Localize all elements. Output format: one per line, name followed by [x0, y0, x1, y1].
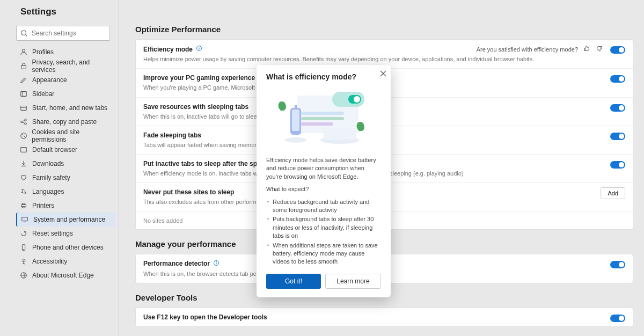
info-icon[interactable]	[196, 45, 202, 53]
nav-list: ProfilesPrivacy, search, and servicesApp…	[16, 45, 115, 282]
search-icon	[20, 30, 28, 37]
svg-rect-6	[21, 106, 27, 111]
modal-title: What is efficiency mode?	[266, 72, 381, 81]
svg-rect-4	[21, 92, 27, 97]
sidebar-item-label: Profiles	[32, 48, 54, 56]
svg-rect-39	[301, 117, 344, 120]
toggle-switch[interactable]	[610, 161, 625, 169]
sidebar-item-label: Cookies and site permissions	[32, 128, 112, 143]
svg-line-11	[23, 120, 25, 121]
svg-point-24	[23, 259, 25, 260]
lang-icon	[19, 187, 28, 196]
svg-rect-16	[21, 148, 27, 152]
svg-rect-43	[292, 109, 299, 131]
sidebar-item-lang[interactable]: Languages	[16, 185, 115, 199]
sidebar-item-reset[interactable]: Reset settings	[16, 227, 115, 240]
svg-point-41	[285, 137, 306, 143]
sidebar-item-browser[interactable]: Default browser	[16, 143, 115, 157]
row-title: Use F12 key to open the Developer tools	[143, 313, 625, 321]
sidebar-item-label: Languages	[32, 188, 64, 195]
sidebar-item-label: Start, home, and new tabs	[32, 104, 107, 112]
sidebar-item-label: System and performance	[33, 216, 105, 223]
close-icon[interactable]	[380, 69, 386, 79]
sidebar-item-profile[interactable]: Profiles	[16, 45, 115, 59]
modal-bullet: Reduces background tab activity and some…	[266, 198, 381, 215]
sidebar-item-about[interactable]: About Microsoft Edge	[16, 268, 115, 282]
divider	[118, 0, 119, 336]
svg-point-31	[216, 261, 217, 262]
sidebar-item-family[interactable]: Family safety	[16, 171, 115, 185]
svg-rect-46	[324, 128, 356, 140]
paint-icon	[19, 76, 28, 84]
svg-point-9	[25, 119, 27, 121]
sidebar: Settings ProfilesPrivacy, search, and se…	[16, 0, 115, 336]
add-button[interactable]: Add	[601, 187, 625, 199]
svg-point-0	[21, 31, 26, 35]
sidebar-item-sidebar[interactable]: Sidebar	[16, 87, 115, 101]
reset-icon	[19, 229, 28, 238]
svg-line-12	[23, 122, 25, 123]
sidebar-item-phone[interactable]: Phone and other devices	[16, 240, 115, 254]
info-icon[interactable]	[213, 260, 219, 268]
toggle-switch[interactable]	[610, 315, 625, 322]
toggle-switch[interactable]	[610, 46, 625, 54]
svg-point-37	[354, 96, 360, 103]
svg-point-15	[24, 136, 25, 136]
sidebar-item-system[interactable]: System and performance	[16, 213, 115, 227]
sidebar-item-label: Downloads	[32, 160, 64, 167]
access-icon	[19, 257, 28, 266]
thumbs-up-icon[interactable]	[583, 45, 590, 53]
cookie-icon	[19, 132, 27, 140]
sidebar-item-label: Family safety	[32, 174, 70, 181]
sidebar-item-access[interactable]: Accessibility	[16, 254, 115, 268]
modal-buttons: Got it! Learn more	[266, 274, 381, 289]
sidebar-item-tabs[interactable]: Start, home, and new tabs	[16, 101, 115, 115]
share-icon	[19, 118, 28, 126]
toggle-switch[interactable]	[610, 75, 625, 83]
dev-card: Use F12 key to open the Developer tools	[135, 308, 633, 327]
family-icon	[19, 173, 28, 182]
learn-more-button[interactable]: Learn more	[325, 274, 381, 289]
tabs-icon	[19, 104, 28, 112]
sidebar-item-paint[interactable]: Appearance	[16, 73, 115, 87]
sidebar-item-cookie[interactable]: Cookies and site permissions	[16, 129, 115, 143]
search-input[interactable]	[16, 26, 110, 41]
svg-line-1	[26, 35, 27, 36]
sidebar-item-label: Printers	[32, 202, 54, 209]
got-it-button[interactable]: Got it!	[266, 274, 321, 289]
sidebar-item-label: Share, copy and paste	[32, 118, 97, 126]
modal-bullet: When additional steps are taken to save …	[266, 242, 381, 266]
svg-point-28	[199, 47, 200, 47]
toggle-switch[interactable]	[610, 133, 625, 140]
browser-icon	[19, 145, 28, 154]
modal-paragraph: Efficiency mode helps save device batter…	[266, 156, 381, 181]
phone-icon	[19, 243, 28, 252]
row-desc: Helps minimize power usage by saving com…	[143, 55, 625, 63]
sidebar-item-label: Reset settings	[32, 230, 73, 237]
feedback-prompt: Are you satisfied with efficiency mode?	[477, 45, 603, 53]
svg-point-10	[25, 123, 27, 125]
thumbs-down-icon[interactable]	[596, 45, 603, 53]
sidebar-item-printer[interactable]: Printers	[16, 199, 115, 213]
svg-rect-38	[301, 112, 344, 115]
sidebar-item-share[interactable]: Share, copy and paste	[16, 115, 115, 129]
toggle-switch[interactable]	[610, 104, 625, 112]
svg-point-8	[21, 121, 23, 123]
sidebar-item-label: Default browser	[32, 146, 77, 154]
svg-rect-3	[21, 65, 26, 69]
setting-row: Use F12 key to open the Developer tools	[136, 308, 633, 326]
system-icon	[20, 215, 29, 224]
svg-point-13	[20, 133, 26, 139]
toggle-switch[interactable]	[610, 261, 625, 268]
svg-rect-18	[22, 203, 25, 205]
sidebar-item-lock[interactable]: Privacy, search, and services	[16, 59, 115, 73]
sidebar-item-download[interactable]: Downloads	[16, 157, 115, 171]
modal-illustration	[266, 86, 381, 151]
section-heading-optimize: Optimize Performance	[135, 25, 633, 34]
page-title: Settings	[16, 0, 115, 24]
modal-bullet-list: Reduces background tab activity and some…	[266, 198, 381, 266]
printer-icon	[19, 201, 28, 210]
download-icon	[19, 159, 28, 168]
search-wrap	[16, 26, 115, 41]
lock-icon	[19, 62, 27, 70]
